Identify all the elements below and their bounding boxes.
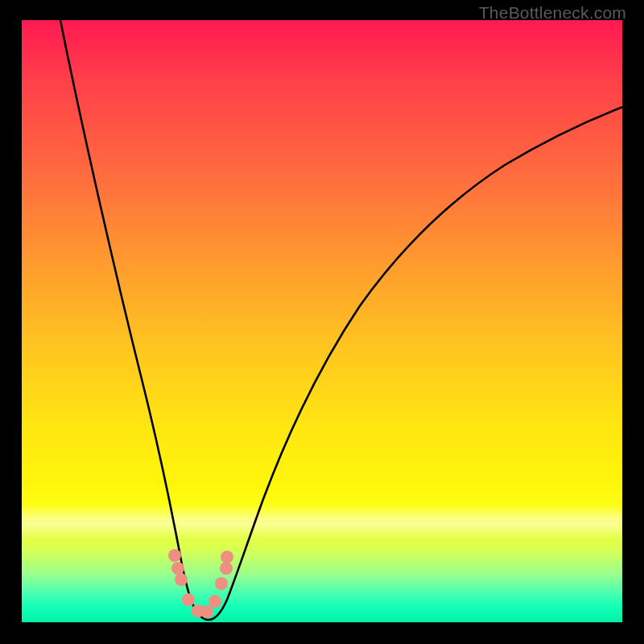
marker-dot [168, 549, 181, 562]
marker-dot [175, 573, 188, 586]
marker-dot [171, 562, 184, 575]
chart-svg [22, 20, 622, 622]
marker-dot [215, 577, 228, 590]
marker-dot [200, 605, 213, 618]
marker-dot [220, 562, 233, 575]
marker-dot [208, 595, 221, 608]
marker-dot [182, 593, 195, 606]
bottleneck-curve [60, 20, 622, 620]
watermark-text: TheBottleneck.com [479, 3, 626, 23]
marker-dot [221, 551, 233, 564]
chart-plot-area [22, 20, 622, 622]
